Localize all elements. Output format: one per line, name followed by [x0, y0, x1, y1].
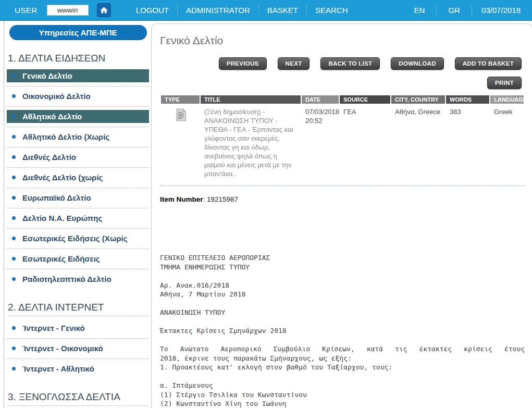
add-to-basket-button[interactable]: ADD TO BASKET: [455, 57, 522, 70]
topnav-item-administrator[interactable]: ADMINISTRATOR: [178, 6, 258, 15]
sidebar-item-label: Διεθνές Δελτίο (χωρίς: [22, 173, 103, 182]
back-to-list-button[interactable]: BACK TO LIST: [320, 57, 380, 70]
date-cell: 07/03/2018 20:52: [302, 104, 339, 178]
bullet-icon: [12, 237, 16, 240]
article-line: [160, 299, 525, 308]
article-line: ΓΕΝΙΚΟ ΕΠΙΤΕΛΕΙΟ ΑΕΡΟΠΟΡΙΑΣ: [160, 253, 525, 263]
sidebar-item[interactable]: Ίντερνετ - Οικονομικό: [7, 339, 149, 359]
sidebar-item-label: Οικονομικό Δελτίο: [22, 92, 91, 101]
item-number-value: 19215987: [207, 195, 238, 203]
section-heading: 2. ΔΕΛΤΙΑ ΙΝΤΕΡΝΕΤ: [8, 302, 148, 316]
sidebar-item[interactable]: Διεθνές Δελτίο (χωρίς: [7, 168, 149, 188]
bullet-icon: [12, 176, 16, 179]
bullet-icon: [12, 347, 16, 350]
sidebar-item-label: Ίντερνετ - Αθλητικό: [22, 364, 94, 373]
sidebar-item-row: Γενικό Δελτίο: [7, 69, 149, 82]
results-table: TYPETITLEDATESOURCECITY, COUNTRYWORDSLAN…: [160, 95, 525, 178]
sidebar-item-row: Διεθνές Δελτίο (χωρίς: [7, 171, 149, 184]
current-date: 03/07/2018: [472, 6, 525, 15]
sidebar-item[interactable]: Ίντερνετ - Γενικό: [7, 318, 149, 339]
sidebar-item-row: Ευρωπαϊκό Δελτίο: [7, 191, 149, 204]
sidebar-item[interactable]: Ραδιοτηλεοπτικό Δελτίο: [7, 269, 149, 289]
article-line: Έκτακτες Κρίσεις Σμηνάρχων 2018: [160, 326, 525, 336]
table-row[interactable]: (Ξένη δημοσίευση) - ΑΝΑΚΟΙΝΩΣΗ ΤΥΠΟΥ - Υ…: [161, 104, 524, 178]
topnav-item-logout[interactable]: LOGOUT: [128, 6, 177, 15]
title-cell: (Ξένη δημοσίευση) - ΑΝΑΚΟΙΝΩΣΗ ΤΥΠΟΥ - Υ…: [201, 104, 301, 178]
user-label: USER: [15, 6, 38, 15]
item-number: Item Number: 19215987: [160, 195, 525, 203]
sidebar-item[interactable]: Διεθνές Δελτίο: [7, 147, 149, 168]
sidebar: Υπηρεσίες ΑΠΕ-ΜΠΕ 1. ΔΕΛΤΙΑ ΕΙΔΗΣΕΩΝΓενι…: [4, 21, 151, 408]
article-line: ΑΝΑΚΟΙΝΩΣΗ ΤΥΠΟΥ: [160, 308, 525, 317]
sidebar-item-row: Διεθνές Δελτίο: [7, 151, 149, 164]
words-cell: 383: [446, 104, 489, 178]
sidebar-item-active[interactable]: Γενικό Δελτίο: [7, 66, 149, 86]
article-line: [160, 317, 525, 327]
item-number-label: Item Number: [160, 195, 203, 203]
article-line: Το Ανώτατο Αεροπορικό Συμβούλιο Κρίσεων,…: [160, 344, 525, 354]
city-country-cell: Αθήνα, Greece: [391, 104, 445, 178]
topbar-right: ENGR03/07/2018: [403, 5, 525, 15]
sidebar-item[interactable]: Αθλητικό Δελτίο (Χωρίς: [7, 127, 149, 147]
sidebar-sections: 1. ΔΕΛΤΙΑ ΕΙΔΗΣΕΩΝΓενικό ΔελτίοΟικονομικ…: [7, 53, 149, 408]
sidebar-item-row: Αθλητικό Δελτίο (Χωρίς: [7, 130, 149, 143]
sidebar-item[interactable]: Ίντερνετ - Αθλητικό: [7, 359, 149, 379]
topnav-item-basket[interactable]: BASKET: [259, 6, 306, 15]
column-header-title: TITLE: [201, 95, 301, 104]
sidebar-item-label: Γενικό Δελτίο: [22, 71, 72, 80]
print-button[interactable]: PRINT: [487, 77, 522, 89]
home-button[interactable]: [97, 3, 111, 17]
topbar: USER LOGOUTADMINISTRATORBASKETSEARCH ENG…: [0, 0, 532, 21]
column-header-source: SOURCE: [340, 95, 390, 104]
sidebar-item[interactable]: Οικονομικό Δελτίο: [7, 86, 149, 107]
sidebar-item-label: Ευρωπαϊκό Δελτίο: [22, 193, 91, 202]
table-header-row: TYPETITLEDATESOURCECITY, COUNTRYWORDSLAN…: [161, 95, 524, 104]
topnav-item-search[interactable]: SEARCH: [307, 6, 356, 15]
source-cell: ΓΕΑ: [340, 104, 390, 178]
next-button[interactable]: NEXT: [278, 57, 310, 70]
sidebar-item-row: Ίντερνετ - Αθλητικό: [7, 362, 149, 375]
sidebar-item[interactable]: Εσωτερικές Ειδήσεις (Χωρίς: [7, 229, 149, 249]
sidebar-item-label: Ίντερνετ - Οικονομικό: [22, 344, 103, 353]
sidebar-item-active[interactable]: Αθλητικό Δελτίο: [7, 107, 149, 127]
page-title: Γενικό Δελτίο: [160, 34, 525, 47]
bullet-icon: [12, 367, 16, 370]
bullet-icon: [12, 155, 16, 159]
sidebar-item[interactable]: Ευρωπαϊκό Δελτίο: [7, 188, 149, 208]
sidebar-item-label: Διεθνές Δελτίο: [22, 153, 76, 162]
section-heading: 3. ΞΕΝΟΓΛΩΣΣΑ ΔΕΛΤΙΑ: [8, 391, 148, 406]
print-row: PRINT: [160, 77, 522, 89]
section-heading: 1. ΔΕΛΤΙΑ ΕΙΔΗΣΕΩΝ: [8, 53, 148, 64]
language-toggle-gr[interactable]: GR: [437, 6, 472, 15]
bullet-icon: [12, 115, 16, 118]
section-list: Ίντερνετ - ΓενικόΊντερνετ - ΟικονομικόΊν…: [7, 318, 149, 379]
sidebar-item-row: Ίντερνετ - Γενικό: [7, 322, 149, 335]
article-line: α. Ιπτάμενους: [160, 381, 525, 390]
article-body: ΓΕΝΙΚΟ ΕΠΙΤΕΛΕΙΟ ΑΕΡΟΠΟΡΙΑΣΤΜΗΜΑ ΕΝΗΜΕΡΩ…: [160, 253, 525, 408]
language-toggle-en[interactable]: EN: [403, 6, 437, 15]
language-cell: Greek: [490, 104, 524, 178]
bullet-icon: [12, 135, 16, 139]
sidebar-item-row: Ίντερνετ - Οικονομικό: [7, 342, 149, 355]
bullet-icon: [12, 74, 16, 78]
bullet-icon: [12, 94, 16, 98]
section-list: Γενικό ΔελτίοΟικονομικό ΔελτίοΑθλητικό Δ…: [7, 66, 149, 289]
user-input[interactable]: [47, 5, 89, 16]
sidebar-item-row: Δελτίο Ν.Α. Ευρώπης: [7, 212, 149, 225]
sidebar-item-label: Αθλητικό Δελτίο (Χωρίς: [22, 132, 109, 141]
download-button[interactable]: DOWNLOAD: [391, 57, 443, 70]
action-button-row: PREVIOUSNEXTBACK TO LISTDOWNLOADADD TO B…: [160, 57, 522, 70]
sidebar-item-row: Εσωτερικές Ειδήσεις (Χωρίς: [7, 232, 149, 245]
sidebar-item[interactable]: Εσωτερικές Ειδήσεις: [7, 249, 149, 269]
column-header-language: LANGUAGE: [490, 95, 524, 104]
services-button[interactable]: Υπηρεσίες ΑΠΕ-ΜΠΕ: [9, 25, 147, 40]
sidebar-item-label: Ραδιοτηλεοπτικό Δελτίο: [22, 275, 112, 283]
sidebar-item-row: Ραδιοτηλεοπτικό Δελτίο: [7, 273, 149, 286]
article-line: ΤΜΗΜΑ ΕΝΗΜΕΡΩΣΗΣ ΤΥΠΟΥ: [160, 263, 525, 272]
dotted-separator: [160, 186, 525, 186]
article-line: (1) Στέργιο Τσιλίκα του Κωνσταντίνου: [160, 390, 525, 400]
sidebar-item-label: Αθλητικό Δελτίο: [22, 112, 82, 121]
sidebar-item[interactable]: Δελτίο Ν.Α. Ευρώπης: [7, 208, 149, 229]
previous-button[interactable]: PREVIOUS: [219, 57, 267, 70]
bullet-icon: [12, 326, 16, 330]
